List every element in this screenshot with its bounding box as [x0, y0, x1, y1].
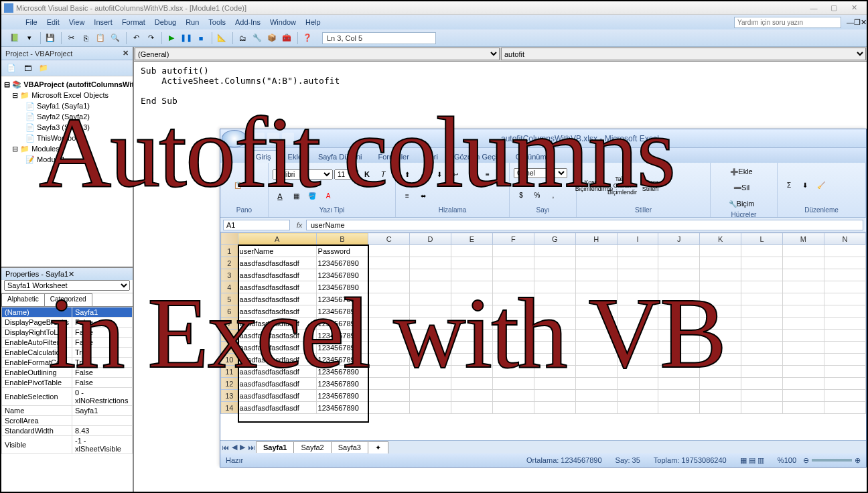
- cut-icon[interactable]: ✂: [64, 31, 78, 45]
- properties-grid[interactable]: (Name)Sayfa1DisplayPageBreaksFalseDispla…: [1, 307, 133, 492]
- fill-button[interactable]: ⬇: [798, 178, 812, 193]
- qat-redo-icon[interactable]: [282, 133, 294, 145]
- minimize-button[interactable]: —: [804, 4, 824, 12]
- conditional-format-button[interactable]: Koşullu Biçimlendirme: [581, 167, 607, 204]
- number-format-select[interactable]: Genel: [514, 168, 567, 178]
- font-name-select[interactable]: Calibri: [273, 169, 333, 180]
- help-search-input[interactable]: [734, 17, 841, 28]
- paste-button[interactable]: 📋: [224, 167, 251, 204]
- project-explorer-icon[interactable]: 🗂: [236, 31, 249, 45]
- menu-run[interactable]: Run: [186, 18, 199, 26]
- undo-icon[interactable]: ↶: [129, 31, 143, 45]
- formula-input[interactable]: userName: [306, 220, 863, 230]
- paste-icon[interactable]: 📋: [94, 31, 107, 45]
- name-box[interactable]: A1: [223, 220, 290, 230]
- view-object-icon[interactable]: 🗔: [20, 62, 35, 75]
- ribbon-tab-layout[interactable]: Sayfa Düzeni: [310, 151, 370, 163]
- new-sheet-button[interactable]: ✦: [368, 441, 388, 453]
- sheet-tab-3[interactable]: Sayfa3: [331, 441, 368, 453]
- menu-addins[interactable]: Add-Ins: [235, 18, 261, 26]
- project-close-button[interactable]: ✕: [123, 49, 129, 58]
- underline-button[interactable]: A: [273, 189, 287, 204]
- view-code-icon[interactable]: 📄: [4, 62, 19, 75]
- border-button[interactable]: ▦: [289, 189, 303, 204]
- currency-button[interactable]: $: [514, 188, 528, 202]
- menu-window[interactable]: Window: [270, 18, 296, 26]
- align-center-button[interactable]: ≡: [480, 167, 495, 182]
- sheet-nav-last[interactable]: ⏭: [246, 443, 257, 451]
- redo-icon[interactable]: ↷: [144, 31, 157, 45]
- reset-icon[interactable]: ■: [194, 31, 208, 45]
- design-mode-icon[interactable]: 📐: [215, 31, 228, 45]
- clear-button[interactable]: 🧹: [814, 178, 828, 193]
- fx-icon[interactable]: fx: [293, 221, 306, 229]
- zoom-slider[interactable]: [812, 459, 852, 462]
- font-size-select[interactable]: 11: [334, 169, 358, 180]
- menu-format[interactable]: Format: [122, 18, 145, 26]
- align-right-button[interactable]: ≡: [400, 189, 415, 204]
- menu-debug[interactable]: Debug: [155, 18, 176, 26]
- toggle-folders-icon[interactable]: 📁: [36, 62, 51, 75]
- align-left-button[interactable]: ≡: [464, 167, 479, 182]
- font-color-button[interactable]: A: [321, 189, 336, 204]
- comma-button[interactable]: ,: [546, 188, 561, 202]
- fill-color-button[interactable]: 🪣: [305, 189, 319, 204]
- tab-categorized[interactable]: Categorized: [44, 293, 92, 306]
- percent-button[interactable]: %: [530, 188, 545, 202]
- toolbox-icon[interactable]: 🧰: [280, 31, 293, 45]
- qat-save-icon[interactable]: [252, 133, 265, 145]
- ribbon-tab-view[interactable]: Görünüm: [508, 151, 555, 163]
- menu-insert[interactable]: Insert: [94, 18, 113, 26]
- autosum-button[interactable]: Σ: [782, 178, 796, 193]
- run-icon[interactable]: ▶: [165, 31, 178, 45]
- break-icon[interactable]: ❚❚: [179, 31, 193, 45]
- copy-icon[interactable]: ⎘: [79, 31, 92, 45]
- ribbon-tab-insert[interactable]: Ekle: [280, 151, 310, 163]
- zoom-in-button[interactable]: ⊕: [855, 456, 861, 465]
- menu-file[interactable]: File: [25, 18, 38, 26]
- project-tree[interactable]: ⊟ 📚 VBAProject (autofitColumnsWithVB.xls…: [1, 76, 133, 267]
- maximize-button[interactable]: ▢: [824, 3, 844, 12]
- delete-cells-button[interactable]: ➖ Sil: [715, 180, 768, 195]
- view-buttons[interactable]: ▦ ▤ ▥: [740, 456, 764, 465]
- wrap-text-button[interactable]: ↩: [448, 167, 463, 182]
- code-procedure-select[interactable]: autofit: [501, 48, 866, 60]
- view-excel-icon[interactable]: 📗: [8, 31, 21, 45]
- sheet-nav-first[interactable]: ⏮: [220, 443, 230, 451]
- zoom-out-button[interactable]: ⊖: [803, 456, 809, 465]
- sheet-nav-next[interactable]: ▶: [238, 443, 246, 451]
- office-button[interactable]: [222, 130, 247, 147]
- save-icon[interactable]: 💾: [44, 31, 57, 45]
- sheet-nav-prev[interactable]: ◀: [230, 443, 238, 451]
- properties-close-button[interactable]: ✕: [68, 270, 74, 279]
- qat-undo-icon[interactable]: [267, 133, 279, 145]
- excel-title-bar[interactable]: autofitColumnsWithVB.xlsx - Microsoft Ex…: [220, 129, 866, 148]
- properties-icon[interactable]: 🔧: [250, 31, 264, 45]
- sheet-tab-1[interactable]: Sayfa1: [256, 441, 294, 453]
- ribbon-tab-review[interactable]: Gözden Geçir: [446, 151, 508, 163]
- spreadsheet-grid[interactable]: ABCDEFGHIJKLMN1userNamePassword2aasdfasd…: [220, 232, 866, 440]
- ribbon-tab-data[interactable]: Veri: [417, 151, 446, 163]
- sheet-tab-2[interactable]: Sayfa2: [293, 441, 331, 453]
- mdi-restore[interactable]: ❐: [854, 18, 861, 27]
- italic-button[interactable]: T: [376, 167, 390, 182]
- mdi-close[interactable]: ✕: [861, 18, 867, 27]
- menu-help[interactable]: Help: [305, 18, 321, 26]
- cell-styles-button[interactable]: Hücre Stilleri: [637, 167, 664, 204]
- find-icon[interactable]: 🔍: [108, 31, 122, 45]
- align-middle-button[interactable]: ↔: [416, 167, 431, 182]
- ribbon-tab-formulas[interactable]: Formüller: [370, 151, 417, 163]
- ribbon-tab-home[interactable]: Giriş: [247, 150, 280, 163]
- object-browser-icon[interactable]: 📦: [265, 31, 279, 45]
- mdi-minimize[interactable]: —: [847, 18, 854, 26]
- tab-alphabetic[interactable]: Alphabetic: [1, 293, 45, 306]
- properties-object-select[interactable]: Sayfa1 Worksheet: [4, 280, 130, 291]
- merge-button[interactable]: ⬌: [416, 189, 431, 204]
- menu-view[interactable]: View: [69, 18, 85, 26]
- format-table-button[interactable]: Tablo Olarak Biçimlendir: [609, 167, 636, 204]
- align-bottom-button[interactable]: ⬇: [432, 167, 447, 182]
- bold-button[interactable]: K: [360, 167, 374, 182]
- menu-tools[interactable]: Tools: [208, 18, 226, 26]
- zoom-level[interactable]: %100: [778, 456, 796, 464]
- align-top-button[interactable]: ⬆: [400, 167, 415, 182]
